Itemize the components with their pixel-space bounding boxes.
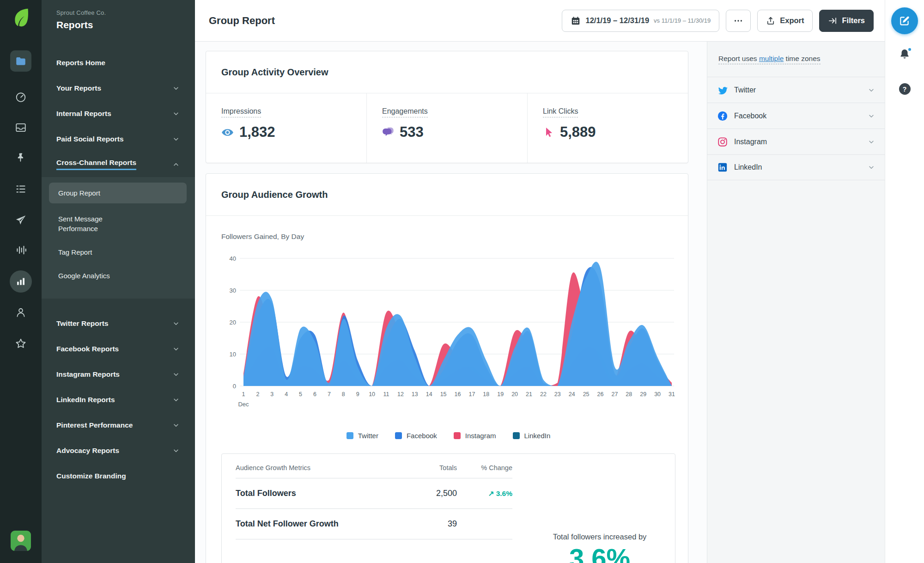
header-actions: 12/1/19 – 12/31/19 vs 11/1/19 – 11/30/19…	[562, 10, 874, 32]
filters-button[interactable]: Filters	[819, 10, 874, 32]
notifications-button[interactable]	[899, 48, 911, 62]
svg-text:29: 29	[640, 391, 646, 398]
facebook-icon	[717, 111, 728, 121]
legend-label: Facebook	[407, 432, 437, 440]
facebook-icon	[717, 111, 728, 121]
help-button[interactable]: ?	[899, 83, 911, 95]
legend-swatch	[395, 432, 402, 439]
table-row-total-followers: Total Followers2,500↗ 3.6%	[236, 478, 512, 509]
metric-value-row: 5,889	[543, 124, 688, 141]
publishing-plane-icon[interactable]	[15, 214, 27, 226]
sidebar-title: Reports	[56, 19, 195, 31]
followers-increase-summary: Total followers increased by 3.6%	[524, 454, 675, 563]
chevron-down-icon	[868, 139, 875, 145]
smart-inbox-icon[interactable]	[15, 122, 27, 134]
calendar-icon	[571, 16, 581, 26]
network-row-linkedin[interactable]: LinkedIn	[707, 154, 885, 180]
page-header: Group Report 12/1/19 – 12/31/19 vs 11/1/…	[195, 0, 885, 42]
svg-text:0: 0	[233, 383, 236, 390]
sidebar-item-your-reports[interactable]: Your Reports	[42, 75, 195, 101]
sidebar-item-label: Internal Reports	[56, 110, 111, 118]
sidebar-subitem-google-analytics[interactable]: Google Analytics	[42, 264, 195, 288]
row-change: ↗ 3.6%	[457, 490, 512, 498]
legend-item-instagram[interactable]: Instagram	[454, 432, 496, 440]
date-compare-value: vs 11/1/19 – 11/30/19	[654, 17, 711, 24]
sidebar-item-label: Twitter Reports	[56, 319, 109, 328]
bar-chart-icon	[15, 276, 26, 287]
date-range-button[interactable]: 12/1/19 – 12/31/19 vs 11/1/19 – 11/30/19	[562, 10, 719, 32]
svg-text:10: 10	[230, 351, 236, 358]
sprout-logo	[10, 6, 32, 29]
compose-icon	[899, 15, 911, 27]
chevron-down-icon	[173, 110, 179, 117]
sidebar-subitem-sent-message-performance[interactable]: Sent Message Performance	[42, 207, 195, 240]
row-label: Total Net Follower Growth	[236, 519, 388, 529]
sidebar-subitem-tag-report[interactable]: Tag Report	[42, 240, 195, 264]
group-audience-growth-card: Group Audience Growth Followers Gained, …	[206, 173, 688, 563]
svg-text:21: 21	[526, 391, 532, 398]
row-total: 39	[388, 519, 457, 529]
summary-line: Total followers increased by	[553, 532, 647, 541]
dashboard-gauge-icon[interactable]	[15, 91, 27, 103]
sidebar-subitem-label: Tag Report	[58, 247, 92, 257]
queue-list-icon[interactable]	[15, 183, 27, 195]
export-button[interactable]: Export	[757, 10, 813, 32]
sidebar-nav-cross-channel-group: Group ReportSent Message PerformanceTag …	[42, 177, 195, 299]
linkedin-icon	[717, 162, 728, 172]
user-avatar[interactable]	[11, 531, 31, 551]
sidebar-item-customize-branding[interactable]: Customize Branding	[42, 463, 195, 489]
pin-icon[interactable]	[15, 152, 27, 164]
sidebar-item-pinterest-performance[interactable]: Pinterest Performance	[42, 412, 195, 438]
sidebar-nav-main: Reports HomeYour ReportsInternal Reports…	[42, 50, 195, 177]
metric-label[interactable]: Engagements	[382, 107, 428, 117]
sidebar-subitem-group-report[interactable]: Group Report	[49, 183, 187, 203]
metric-label[interactable]: Link Clicks	[543, 107, 578, 117]
svg-text:30: 30	[654, 391, 661, 398]
svg-text:25: 25	[583, 391, 590, 398]
sidebar-subitem-label: Google Analytics	[58, 271, 110, 281]
legend-item-linkedin[interactable]: LinkedIn	[513, 432, 551, 440]
sidebar-item-internal-reports[interactable]: Internal Reports	[42, 101, 195, 126]
network-row-facebook[interactable]: Facebook	[707, 103, 885, 129]
sidebar-item-paid-social-reports[interactable]: Paid Social Reports	[42, 126, 195, 152]
linkedin-icon	[717, 162, 728, 172]
svg-text:24: 24	[569, 391, 575, 398]
sidebar-item-linkedin-reports[interactable]: LinkedIn Reports	[42, 387, 195, 412]
sidebar-item-label: Customize Branding	[56, 472, 126, 480]
sidebar-item-cross-channel-reports[interactable]: Cross-Channel Reports	[42, 152, 195, 177]
legend-item-facebook[interactable]: Facebook	[395, 432, 437, 440]
multiple-timezones-link[interactable]: multiple	[759, 55, 784, 62]
reports-sidebar: Sprout Coffee Co. Reports Reports HomeYo…	[42, 0, 195, 563]
metric-impressions: Impressions1,832	[206, 93, 366, 163]
network-row-twitter[interactable]: Twitter	[707, 77, 885, 103]
favorites-star-icon[interactable]	[15, 337, 27, 349]
chevron-up-icon	[173, 161, 179, 168]
network-label: Instagram	[734, 138, 767, 146]
date-range-value: 12/1/19 – 12/31/19	[585, 16, 649, 25]
sidebar-item-facebook-reports[interactable]: Facebook Reports	[42, 336, 195, 361]
svg-text:16: 16	[455, 391, 461, 398]
sidebar-item-reports-home[interactable]: Reports Home	[42, 50, 195, 75]
legend-item-twitter[interactable]: Twitter	[346, 432, 378, 440]
sidebar-item-label: Instagram Reports	[56, 370, 120, 379]
sidebar-item-instagram-reports[interactable]: Instagram Reports	[42, 361, 195, 387]
chevron-down-icon	[173, 136, 179, 142]
reports-icon-active[interactable]	[10, 270, 32, 293]
advocacy-person-icon[interactable]	[15, 306, 27, 318]
metric-value: 5,889	[560, 124, 596, 141]
followers-gained-area-chart: 0102030401234567891011121314151617181920…	[221, 249, 676, 420]
sidebar-item-label: Paid Social Reports	[56, 135, 124, 143]
sidebar-item-twitter-reports[interactable]: Twitter Reports	[42, 311, 195, 336]
table-row-total-net-follower-growth: Total Net Follower Growth39	[236, 509, 512, 539]
network-row-instagram[interactable]: Instagram	[707, 129, 885, 154]
area-series-twitter	[243, 262, 672, 386]
compose-button[interactable]	[891, 7, 918, 34]
metric-label[interactable]: Impressions	[221, 107, 261, 117]
chevron-down-icon	[173, 85, 179, 92]
sidebar-rail-reports-folder[interactable]	[10, 50, 31, 72]
sidebar-item-advocacy-reports[interactable]: Advocacy Reports	[42, 438, 195, 463]
growth-card-title: Group Audience Growth	[206, 174, 688, 216]
more-options-button[interactable]	[726, 10, 751, 32]
chevron-down-icon	[173, 397, 179, 403]
listening-bars-icon[interactable]	[15, 244, 27, 256]
